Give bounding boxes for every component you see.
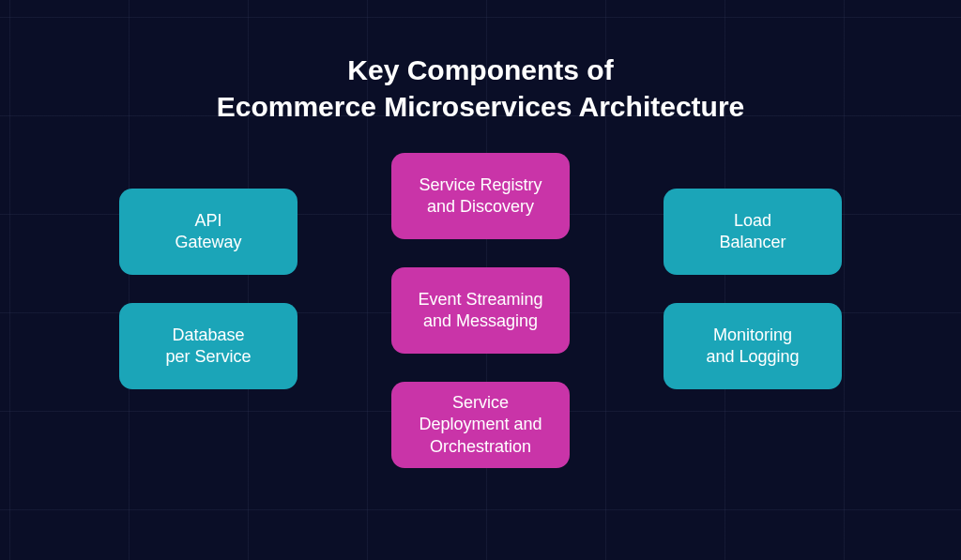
box-label: Database per Service bbox=[165, 325, 251, 369]
event-streaming-box: Event Streaming and Messaging bbox=[391, 267, 570, 354]
middle-column: Service Registry and Discovery Event Str… bbox=[391, 153, 570, 468]
title-line-1: Key Components of bbox=[347, 54, 613, 85]
right-column: Load Balancer Monitoring and Logging bbox=[664, 189, 842, 389]
box-label: API Gateway bbox=[175, 210, 241, 254]
database-per-service-box: Database per Service bbox=[119, 303, 297, 389]
box-label: Load Balancer bbox=[719, 210, 786, 254]
monitoring-logging-box: Monitoring and Logging bbox=[664, 303, 842, 389]
service-deployment-box: Service Deployment and Orchestration bbox=[391, 382, 570, 468]
box-label: Service Deployment and Orchestration bbox=[419, 392, 542, 458]
box-label: Monitoring and Logging bbox=[706, 325, 799, 369]
box-label: Event Streaming and Messaging bbox=[418, 289, 542, 333]
title-line-2: Ecommerce Microservices Architecture bbox=[217, 91, 745, 122]
columns-wrapper: API Gateway Database per Service Service… bbox=[0, 153, 961, 468]
diagram-title: Key Components of Ecommerce Microservice… bbox=[0, 52, 961, 125]
left-column: API Gateway Database per Service bbox=[119, 189, 297, 389]
box-label: Service Registry and Discovery bbox=[419, 174, 542, 219]
api-gateway-box: API Gateway bbox=[119, 189, 297, 275]
service-registry-box: Service Registry and Discovery bbox=[391, 153, 570, 239]
diagram-container: Key Components of Ecommerce Microservice… bbox=[0, 0, 961, 560]
load-balancer-box: Load Balancer bbox=[664, 189, 842, 275]
